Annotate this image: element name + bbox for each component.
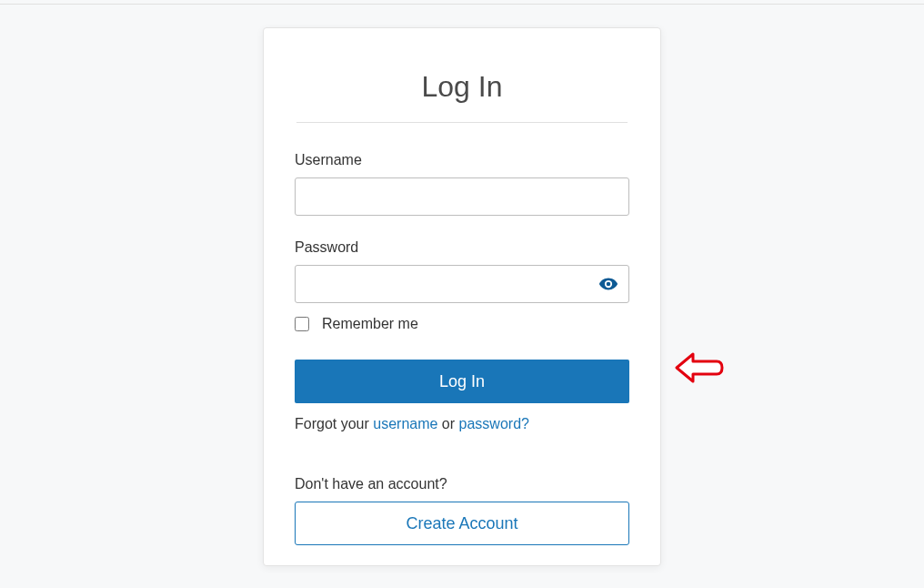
username-label: Username [295,152,629,168]
no-account-label: Don't have an account? [295,476,629,492]
forgot-prefix: Forgot your [295,416,373,431]
remember-checkbox[interactable] [295,317,309,331]
pointer-arrow-icon [673,349,726,387]
username-input[interactable] [295,177,629,216]
forgot-row: Forgot your username or password? [295,416,629,432]
username-field-group: Username [295,152,629,216]
forgot-password-link[interactable]: password? [459,416,529,431]
forgot-username-link[interactable]: username [373,416,437,431]
password-input[interactable] [295,265,629,303]
create-account-button[interactable]: Create Account [295,502,629,545]
password-input-wrap [295,265,629,303]
forgot-middle: or [437,416,458,431]
page-top-divider [0,4,924,5]
login-button[interactable]: Log In [295,360,629,403]
card-title: Log In [295,70,629,104]
show-password-icon[interactable] [598,274,618,294]
page-background: Log In Username Password Remember me Log… [7,7,917,581]
title-divider [296,122,628,123]
remember-label: Remember me [322,316,418,332]
remember-row: Remember me [295,316,629,332]
password-label: Password [295,239,629,256]
login-card: Log In Username Password Remember me Log… [263,27,661,566]
password-field-group: Password [295,239,629,303]
